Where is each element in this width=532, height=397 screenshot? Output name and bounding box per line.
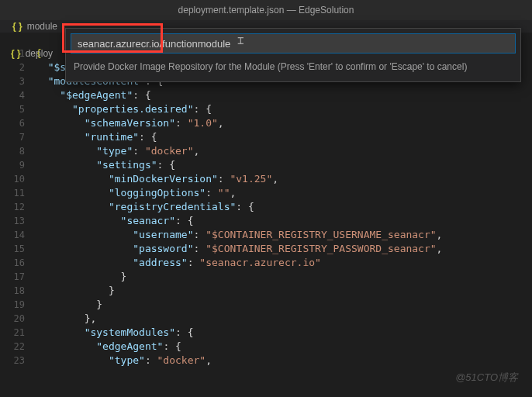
line-number: 15 <box>0 242 25 256</box>
line-number: 14 <box>0 228 25 242</box>
line-number: 4 <box>0 88 25 102</box>
line-number: 10 <box>0 172 25 186</box>
line-number: 23 <box>0 354 25 368</box>
line-number: 6 <box>0 116 25 130</box>
line-number: 16 <box>0 256 25 270</box>
line-number: 20 <box>0 312 25 326</box>
watermark: @51CTO博客 <box>455 371 518 385</box>
line-number: 22 <box>0 340 25 354</box>
line-number: 18 <box>0 284 25 298</box>
window-titlebar: deployment.template.json — EdgeSolution <box>0 0 532 20</box>
breadcrumb-label: deploy <box>26 48 53 59</box>
line-number: 3 <box>0 74 25 88</box>
quick-input-hint: Provide Docker Image Repository for the … <box>66 58 520 81</box>
line-number: 17 <box>0 270 25 284</box>
json-icon: { } <box>11 48 21 59</box>
line-number: 19 <box>0 298 25 312</box>
line-number: 21 <box>0 326 25 340</box>
code-content[interactable]: { "$schema-template": "2.0.0", "modulesC… <box>36 33 532 397</box>
editor-tab[interactable]: { } module <box>12 21 57 32</box>
line-number-gutter: 1 2 3 4 5 6 7 8 9 10 11 12 13 14 15 16 1… <box>0 33 36 397</box>
editor-area: 1 2 3 4 5 6 7 8 9 10 11 12 13 14 15 16 1… <box>0 33 532 397</box>
docker-repo-input[interactable] <box>71 33 516 54</box>
json-icon: { } <box>12 21 22 32</box>
window-title: deployment.template.json — EdgeSolution <box>178 5 354 16</box>
line-number: 2 <box>0 60 25 74</box>
breadcrumb[interactable]: { } deploy <box>11 48 53 59</box>
line-number: 5 <box>0 102 25 116</box>
line-number: 7 <box>0 130 25 144</box>
quick-input-palette: Provide Docker Image Repository for the … <box>65 28 521 82</box>
line-number: 9 <box>0 158 25 172</box>
tab-label: module <box>27 21 57 32</box>
line-number: 8 <box>0 144 25 158</box>
line-number: 12 <box>0 200 25 214</box>
line-number: 13 <box>0 214 25 228</box>
line-number: 11 <box>0 186 25 200</box>
